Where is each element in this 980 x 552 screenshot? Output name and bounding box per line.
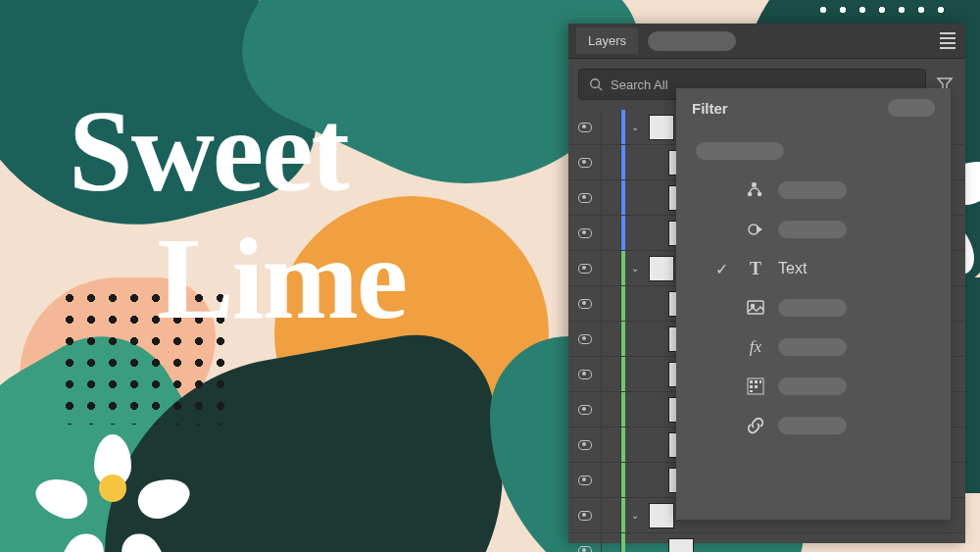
lock-column[interactable] xyxy=(602,110,621,144)
filter-option-placeholder xyxy=(778,181,847,199)
filter-option[interactable] xyxy=(690,171,937,210)
layer-color-bar xyxy=(621,251,625,285)
filter-toggle[interactable] xyxy=(888,99,935,117)
eye-icon xyxy=(578,299,592,309)
panel-menu-button[interactable] xyxy=(938,32,957,49)
filter-option-placeholder xyxy=(778,299,847,317)
tab-layers[interactable]: Layers xyxy=(576,27,638,54)
eye-icon xyxy=(578,546,592,553)
chevron-down-icon[interactable]: ⌄ xyxy=(627,122,643,132)
lock-column[interactable] xyxy=(602,427,621,462)
filter-popup-header: Filter xyxy=(676,88,951,127)
eye-icon xyxy=(578,370,592,379)
text-icon: T xyxy=(745,259,766,279)
lock-column[interactable] xyxy=(602,180,621,215)
visibility-toggle[interactable] xyxy=(568,286,602,321)
svg-point-7 xyxy=(752,305,755,308)
lock-column[interactable] xyxy=(602,251,621,285)
flower-shape xyxy=(59,434,167,542)
filter-option-label: Text xyxy=(778,260,807,277)
link-icon xyxy=(745,416,766,435)
visibility-toggle[interactable] xyxy=(568,463,602,497)
layer-color-bar xyxy=(621,110,625,144)
layer-thumbnail[interactable] xyxy=(668,538,694,553)
path-icon xyxy=(745,180,766,200)
svg-point-0 xyxy=(591,79,600,88)
visibility-toggle[interactable] xyxy=(568,498,602,532)
svg-rect-11 xyxy=(760,380,761,383)
chevron-down-icon[interactable]: ⌄ xyxy=(627,263,643,274)
svg-point-3 xyxy=(759,193,761,196)
eye-icon xyxy=(578,440,592,450)
search-icon xyxy=(589,77,603,91)
lock-column[interactable] xyxy=(602,357,621,391)
eye-icon xyxy=(578,264,592,274)
layer-color-bar xyxy=(621,216,625,250)
layer-color-bar xyxy=(621,180,625,215)
visibility-toggle[interactable] xyxy=(568,427,602,462)
layer-color-bar xyxy=(621,463,625,497)
layer-thumbnail[interactable] xyxy=(649,115,674,140)
lock-column[interactable] xyxy=(602,498,621,532)
tab-placeholder[interactable] xyxy=(648,31,736,51)
visibility-toggle[interactable] xyxy=(568,533,602,552)
lock-column[interactable] xyxy=(602,533,621,552)
lock-column[interactable] xyxy=(602,216,621,250)
filter-option[interactable] xyxy=(690,131,937,171)
lock-column[interactable] xyxy=(602,286,621,321)
layer-color-bar xyxy=(621,145,625,179)
title-line-1: Sweet xyxy=(69,88,406,216)
eye-icon xyxy=(578,405,592,415)
svg-rect-9 xyxy=(750,380,753,383)
visibility-toggle[interactable] xyxy=(568,145,602,179)
filter-option-placeholder xyxy=(778,377,847,395)
layer-row[interactable] xyxy=(568,533,965,552)
layer-thumbnail[interactable] xyxy=(649,503,674,528)
lock-column[interactable] xyxy=(602,322,621,356)
lock-column[interactable] xyxy=(602,392,621,427)
check-icon: ✓ xyxy=(715,260,733,278)
lock-column[interactable] xyxy=(602,463,621,497)
eye-icon xyxy=(578,228,592,238)
filter-option[interactable] xyxy=(690,288,937,327)
layer-color-bar xyxy=(621,498,625,532)
filter-option[interactable]: fx xyxy=(690,327,937,367)
search-placeholder: Search All xyxy=(611,77,668,92)
visibility-toggle[interactable] xyxy=(568,322,602,356)
eye-icon xyxy=(578,334,592,344)
svg-line-1 xyxy=(599,87,603,91)
panel-header: Layers xyxy=(568,24,965,59)
visibility-toggle[interactable] xyxy=(568,392,602,427)
layer-color-bar xyxy=(621,392,625,427)
svg-rect-10 xyxy=(755,380,758,383)
eye-icon xyxy=(578,193,592,203)
image-icon xyxy=(745,299,766,317)
eye-icon xyxy=(578,158,592,168)
filter-option-placeholder xyxy=(778,221,847,238)
visibility-toggle[interactable] xyxy=(568,216,602,250)
layer-color-bar xyxy=(621,286,625,321)
artwork-title: Sweet Lime xyxy=(69,88,406,343)
filter-title: Filter xyxy=(692,100,728,117)
filter-option[interactable] xyxy=(690,367,937,406)
visibility-toggle[interactable] xyxy=(568,110,602,144)
chevron-down-icon[interactable]: ⌄ xyxy=(627,510,643,521)
fx-icon: fx xyxy=(745,337,766,357)
filter-option[interactable]: ✓TText xyxy=(690,249,937,288)
lock-column[interactable] xyxy=(602,145,621,179)
filter-option[interactable] xyxy=(690,210,937,249)
filter-popup: Filter ✓TTextfx xyxy=(676,88,951,520)
layer-color-bar xyxy=(621,357,625,391)
layer-thumbnail[interactable] xyxy=(649,256,674,281)
filter-option-placeholder xyxy=(778,417,847,434)
eye-icon xyxy=(578,123,592,132)
visibility-toggle[interactable] xyxy=(568,251,602,285)
layer-color-bar xyxy=(621,322,625,356)
layer-color-bar xyxy=(621,533,625,552)
filter-option-placeholder xyxy=(696,142,784,160)
visibility-toggle[interactable] xyxy=(568,357,602,391)
visibility-toggle[interactable] xyxy=(568,180,602,215)
eye-icon xyxy=(578,476,592,485)
filter-option[interactable] xyxy=(690,406,937,445)
svg-rect-4 xyxy=(753,183,756,186)
